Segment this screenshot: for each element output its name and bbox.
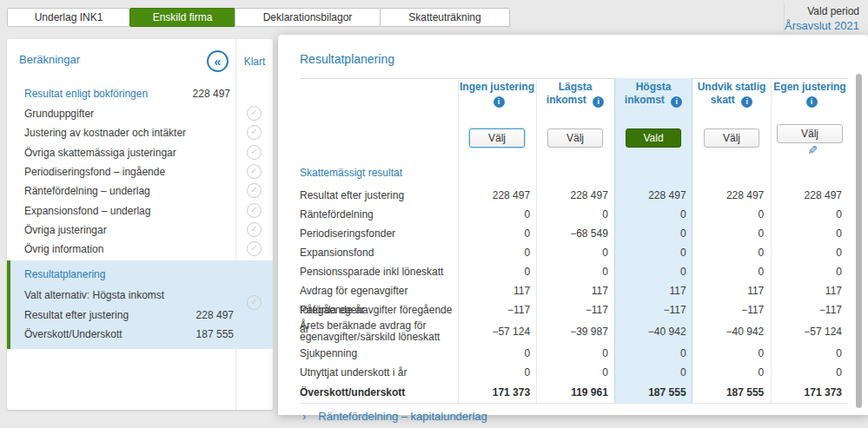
row-value: 0 <box>692 205 770 224</box>
row-value: 0 <box>613 224 692 243</box>
sidebar-item-ovriga-skattemassiga[interactable]: Övriga skattemässiga justeringar ✓ <box>7 143 273 162</box>
calculations-panel: Beräkningar « Klart Resultat enligt bokf… <box>7 39 273 410</box>
column-header-lagsta-inkomst: Lägsta inkomst i <box>536 81 614 108</box>
sidebar-item-expansionsfond[interactable]: Expansionsfond – underlag ✓ <box>7 201 273 221</box>
sidebar-item-justering-kostnader[interactable]: Justering av kostnader och intäkter ✓ <box>7 123 273 142</box>
row-value: 228 497 <box>457 186 535 205</box>
info-icon[interactable]: i <box>671 96 682 108</box>
row-label: Avdrag för egenavgifter föregående år <box>300 281 457 300</box>
table-row: Sjukpenning 0 0 0 0 0 <box>300 344 847 363</box>
row-value: 0 <box>692 243 770 262</box>
table-row: Pensionssparade inkl löneskatt 0 0 0 0 0 <box>300 262 847 281</box>
column-header-ingen-justering: Ingen justering i <box>458 81 536 108</box>
row-value: 0 <box>457 243 535 262</box>
sidebar-item-grunduppgifter[interactable]: Grunduppgifter ✓ <box>7 104 273 123</box>
sidebar-item-label: Justering av kostnader och intäkter <box>24 123 186 142</box>
table-total-row: Överskott/underskott 171 373 119 961 187… <box>300 382 847 403</box>
row-value: −68 549 <box>535 224 613 243</box>
edit-pencil-icon[interactable]: ✎ <box>798 143 827 157</box>
valj-button-lagsta-inkomst[interactable]: Välj <box>547 128 603 148</box>
column-header-label: Lägsta inkomst <box>547 81 593 106</box>
row-value: 0 <box>613 243 692 262</box>
footer-link-label: Räntefördelning – kapitalunderlag <box>318 410 487 423</box>
column-header-egen-justering: Egen justering i <box>771 81 849 108</box>
row-label: Utnyttjat underskott i år <box>300 363 457 382</box>
done-check-icon: ✓ <box>247 222 262 237</box>
tab-deklarationsbilagor[interactable]: Deklarationsbilagor <box>235 8 381 27</box>
rantefordelning-kapitalunderlag-link[interactable]: ›Räntefördelning – kapitalunderlag <box>302 410 487 423</box>
row-label: Sjukpenning <box>300 344 457 363</box>
tab-underlag-ink1[interactable]: Underlag INK1 <box>7 8 130 27</box>
row-value: 0 <box>769 344 847 363</box>
sidebar-item-ovrig-information[interactable]: Övrig information ✓ <box>7 240 273 259</box>
sidebar-item-resultatplanering[interactable]: Resultatplanering <box>24 268 105 280</box>
row-value: 228 497 <box>613 186 692 205</box>
done-check-icon: ✓ <box>247 164 262 179</box>
column-header-label: Undvik statlig skatt <box>698 81 766 106</box>
done-check-icon: ✓ <box>247 106 262 121</box>
sidebar-item-ovriga-justeringar[interactable]: Övriga justeringar ✓ <box>7 221 273 240</box>
row-label: Påförda egenavgifter föregående år <box>300 300 457 319</box>
table-row: Expansionsfond 0 0 0 0 0 <box>300 243 847 262</box>
period-label: Vald period <box>785 5 859 17</box>
row-label: Pensionssparade inkl löneskatt <box>300 262 457 281</box>
period-value-link[interactable]: Årsavslut 2021 <box>785 19 859 32</box>
vald-button-hogsta-inkomst[interactable]: Vald <box>626 128 681 148</box>
sidebar-item-rantefordelning[interactable]: Räntefördelning – underlag ✓ <box>7 181 273 201</box>
valj-button-egen-justering[interactable]: Välj <box>777 124 843 143</box>
row-value: 117 <box>613 281 692 300</box>
tab-skatteutrakning[interactable]: Skatteuträkning <box>380 8 510 27</box>
table-top-border <box>300 78 847 79</box>
period-selector: Vald period Årsavslut 2021 <box>785 5 859 32</box>
row-value: 117 <box>535 281 613 300</box>
sidebar-item-resultat-enligt-bokforingen[interactable]: Resultat enligt bokföringen 228 497 <box>7 84 273 103</box>
row-value: 0 <box>535 243 613 262</box>
row-value: 171 373 <box>457 382 535 403</box>
row-value: 0 <box>457 363 535 382</box>
column-header-label: Högsta inkomst <box>625 81 672 106</box>
valj-button-ingen-justering[interactable]: Välj <box>469 128 525 148</box>
collapse-sidebar-button[interactable]: « <box>207 50 229 72</box>
column-header-undvik-statlig-skatt: Undvik statlig skatt i <box>692 81 771 108</box>
sidebar-subitem-valt-alternativ: Valt alternativ: Högsta inkomst <box>10 286 273 305</box>
column-header-hogsta-inkomst: Högsta inkomst i <box>614 81 692 108</box>
row-value: 0 <box>535 262 613 281</box>
row-value: −117 <box>457 300 535 319</box>
row-value: −57 124 <box>457 319 535 344</box>
row-value: 0 <box>692 262 770 281</box>
sidebar-subitem-overskott-underskott: Överskott/Underskott 187 555 <box>10 325 273 344</box>
info-icon[interactable]: i <box>806 96 818 108</box>
info-icon[interactable]: i <box>593 96 604 108</box>
sidebar-title: Beräkningar <box>19 53 80 66</box>
row-value: 0 <box>457 344 535 363</box>
row-value: 0 <box>613 344 692 363</box>
table-row: Räntefördelning 0 0 0 0 0 <box>300 205 847 224</box>
row-value: −117 <box>769 300 847 319</box>
info-icon[interactable]: i <box>741 96 752 108</box>
row-value: 0 <box>535 363 613 382</box>
row-value: 117 <box>692 281 770 300</box>
row-value: 117 <box>457 281 535 300</box>
row-value: 0 <box>535 205 613 224</box>
resultatplanering-panel: Resultatplanering Ingen justering i Lägs… <box>278 35 868 415</box>
vertical-scrollbar[interactable] <box>856 74 862 408</box>
valj-button-undvik-statlig-skatt[interactable]: Välj <box>704 128 759 148</box>
sidebar-item-label: Periodiseringsfond – ingående <box>24 162 165 181</box>
sidebar-item-label: Resultat enligt bokföringen <box>24 84 148 103</box>
row-value: 0 <box>457 262 535 281</box>
sidebar-item-periodiseringsfond[interactable]: Periodiseringsfond – ingående ✓ <box>7 162 273 181</box>
row-value: 117 <box>769 281 847 300</box>
done-check-icon: ✓ <box>247 145 262 160</box>
done-check-icon: ✓ <box>247 241 262 256</box>
row-value: 187 555 <box>692 382 770 403</box>
row-value: 0 <box>769 363 847 382</box>
sidebar-subitem-value: 187 555 <box>196 325 234 344</box>
row-value: −117 <box>613 300 692 319</box>
info-icon[interactable]: i <box>494 96 505 108</box>
row-label: Periodiseringsfonder <box>300 224 457 243</box>
done-column-header: Klart <box>236 56 273 68</box>
row-value: 0 <box>769 262 847 281</box>
tab-enskild-firma[interactable]: Enskild firma <box>129 8 235 27</box>
row-value: 228 497 <box>769 186 847 205</box>
row-label: Räntefördelning <box>300 205 457 224</box>
